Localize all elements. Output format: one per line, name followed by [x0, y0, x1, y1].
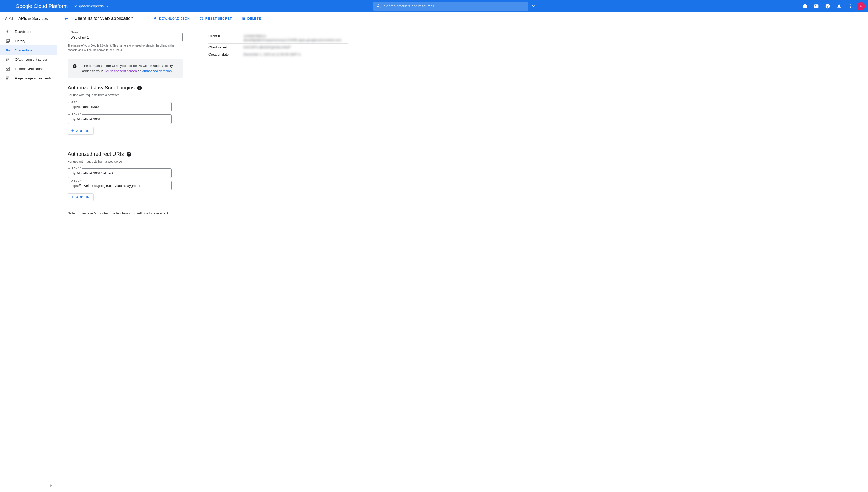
redirect-title: Authorized redirect URIs [68, 151, 124, 157]
action-label: RESET SECRET [205, 17, 232, 20]
project-name: google-cypress [79, 4, 104, 8]
client-secret-row: Client secret GOCSPX-aBcDeFgHiJkLmNoP [208, 44, 348, 51]
help-button[interactable] [822, 1, 833, 11]
name-input[interactable] [68, 32, 183, 42]
sidebar-item-library[interactable]: Library [0, 36, 57, 46]
search-icon [376, 4, 381, 8]
oauth-consent-link[interactable]: OAuth consent screen [104, 69, 137, 73]
js-uri-2-label: URIs 2 * [70, 113, 82, 116]
api-badge: API [5, 16, 14, 21]
redirect-uri-2-wrap: URIs 2 * [68, 181, 183, 190]
name-field-wrap: Name * [68, 32, 183, 42]
gift-icon [802, 4, 808, 9]
settings-note: Note: It may take 5 minutes to a few hou… [68, 212, 183, 215]
js-uri-2-input[interactable] [68, 115, 172, 124]
js-uri-1-label: URIs 1 * [70, 100, 82, 103]
arrow-back-icon [63, 16, 69, 21]
info-banner: The domains of the URIs you add below wi… [68, 59, 183, 77]
gift-button[interactable] [800, 1, 810, 11]
client-secret-label: Client secret [208, 45, 244, 49]
redirect-uri-1-label: URIs 1 * [70, 167, 82, 170]
gcp-logo[interactable]: Google Cloud Platform [16, 3, 68, 9]
dashboard-icon [5, 29, 10, 34]
search-bar[interactable] [373, 2, 528, 11]
plus-icon [71, 129, 75, 133]
agreement-icon [5, 75, 10, 81]
redirect-uri-2-input[interactable] [68, 181, 172, 190]
chevron-down-icon [531, 3, 537, 9]
client-id-value: 123456789012-abcdefghijklmnopqrstuvwxyz1… [244, 34, 348, 42]
refresh-icon [199, 16, 204, 21]
more-button[interactable] [845, 1, 856, 11]
nav-label: Domain verification [15, 67, 44, 71]
sidebar-title: APIs & Services [18, 16, 48, 21]
form-column: Name * The name of your OAuth 2.0 client… [68, 32, 183, 215]
search-wrap [373, 2, 528, 11]
delete-icon [241, 16, 246, 21]
key-icon [5, 48, 10, 53]
sidebar-header: API APIs & Services [0, 13, 57, 25]
creation-date-value: December 1, 2023 at 12:30:45 GMT+1 [244, 52, 348, 56]
help-icon[interactable]: ? [137, 85, 142, 90]
download-json-button[interactable]: DOWNLOAD JSON [151, 15, 192, 23]
main-content: Client ID for Web application DOWNLOAD J… [57, 13, 868, 492]
js-uri-1-input[interactable] [68, 102, 172, 112]
creation-date-row: Creation date December 1, 2023 at 12:30:… [208, 51, 348, 58]
js-origins-title: Authorized JavaScript origins [68, 85, 135, 91]
delete-button[interactable]: DELETE [239, 15, 263, 23]
redirect-heading: Authorized redirect URIs ? [68, 151, 183, 157]
sidebar-item-dashboard[interactable]: Dashboard [0, 27, 57, 36]
redirect-sub: For use with requests from a web server [68, 160, 183, 163]
sidebar-item-consent[interactable]: OAuth consent screen [0, 55, 57, 64]
nav-label: Library [15, 39, 25, 43]
name-label: Name * [70, 31, 81, 34]
plus-icon [71, 195, 75, 199]
collapse-icon [49, 483, 54, 488]
nav-label: Dashboard [15, 30, 31, 33]
nav-label: Page usage agreements [15, 76, 52, 80]
js-origins-list: URIs 1 * URIs 2 * [68, 102, 183, 124]
hamburger-icon [7, 4, 12, 9]
nav-label: OAuth consent screen [15, 58, 48, 62]
creation-date-label: Creation date [208, 52, 244, 56]
search-expand[interactable] [528, 3, 539, 9]
add-label: ADD URI [76, 129, 91, 133]
avatar[interactable]: F [857, 2, 865, 10]
search-input[interactable] [384, 4, 525, 8]
cloudshell-button[interactable] [811, 1, 821, 11]
add-redirect-uri-button[interactable]: ADD URI [68, 193, 94, 201]
terminal-icon [814, 4, 819, 9]
consent-icon [5, 57, 10, 62]
action-label: DELETE [248, 17, 261, 20]
notifications-button[interactable] [834, 1, 844, 11]
page-title: Client ID for Web application [74, 16, 133, 21]
help-icon[interactable]: ? [127, 152, 131, 156]
sidebar-item-agreements[interactable]: Page usage agreements [0, 73, 57, 83]
menu-button[interactable] [3, 0, 16, 13]
svg-point-2 [75, 6, 76, 7]
redirect-uri-2-label: URIs 2 * [70, 179, 82, 182]
banner-mid: as [137, 69, 142, 73]
client-id-row: Client ID 123456789012-abcdefghijklmnopq… [208, 32, 348, 44]
dropdown-icon [105, 4, 110, 8]
js-uri-2-wrap: URIs 2 * [68, 115, 183, 124]
header-icons: F [800, 1, 865, 11]
client-secret-value: GOCSPX-aBcDeFgHiJkLmNoP [244, 45, 348, 49]
top-header: Google Cloud Platform google-cypress F [0, 0, 868, 13]
sidebar-item-domain[interactable]: Domain verification [0, 64, 57, 73]
back-button[interactable] [63, 16, 69, 21]
reset-secret-button[interactable]: RESET SECRET [197, 15, 234, 23]
client-info-table: Client ID 123456789012-abcdefghijklmnopq… [208, 32, 348, 58]
sidebar-collapse[interactable] [49, 483, 54, 489]
name-help: The name of your OAuth 2.0 client. This … [68, 43, 183, 52]
redirect-uri-1-input[interactable] [68, 169, 172, 178]
authorized-domains-link[interactable]: authorized domains [142, 69, 172, 73]
svg-point-1 [76, 5, 77, 6]
add-js-uri-button[interactable]: ADD URI [68, 127, 94, 134]
sidebar: API APIs & Services Dashboard Library Cr… [0, 13, 57, 492]
more-vert-icon [848, 4, 853, 9]
project-picker[interactable]: google-cypress [72, 2, 112, 10]
verified-icon [5, 66, 10, 71]
sidebar-item-credentials[interactable]: Credentials [0, 46, 57, 55]
js-uri-1-wrap: URIs 1 * [68, 102, 183, 112]
